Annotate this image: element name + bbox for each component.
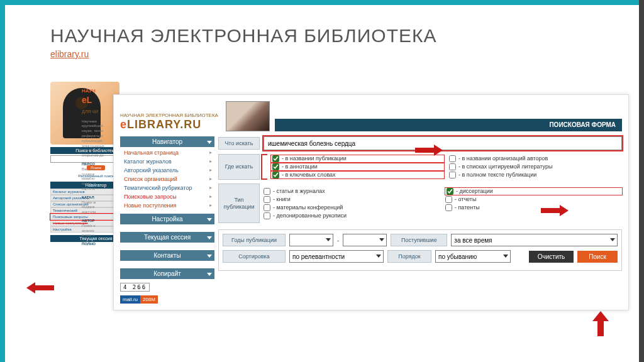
what-label: Что искать [218, 137, 260, 150]
where-label: Где искать [218, 154, 260, 180]
chk-in-fulltext[interactable]: - в полном тексте публикации [449, 172, 622, 178]
nav-head-session[interactable]: Текущая сессия [120, 232, 214, 243]
received-select[interactable]: за все время [451, 234, 618, 246]
chk-type-reports[interactable]: - отчеты [445, 196, 622, 203]
years-label: Годы публикации [223, 234, 286, 246]
elibrary-logo: НАУЧНАЯ ЭЛЕКТРОННАЯ БИБЛИОТЕКА eLIBRARY.… [120, 113, 221, 131]
mailru-counter: 4 266 [120, 283, 214, 292]
arrow-icon [415, 145, 443, 156]
chk-in-refs[interactable]: - в списках цитируемой литературы [449, 163, 622, 170]
svg-marker-2 [541, 205, 569, 216]
navigator-sidebar: Навигатор Начальная страница Каталог жур… [120, 136, 214, 304]
sort-select[interactable]: по релевантности [289, 250, 384, 263]
chk-in-abstract[interactable]: - в аннотации [271, 163, 444, 170]
chk-type-patents[interactable]: - патенты [445, 204, 622, 211]
nav-item-new[interactable]: Новые поступления [120, 201, 214, 210]
svg-marker-0 [26, 282, 54, 293]
type-label: Тип публикации [218, 184, 260, 224]
nav-head-copyright[interactable]: Копирайт [120, 268, 214, 279]
header-photo [226, 101, 270, 131]
nav-head-navigator[interactable]: Навигатор [120, 136, 214, 147]
order-label: Порядок [387, 250, 431, 263]
nav-head-contacts[interactable]: Контакты [120, 250, 214, 261]
year-to-select[interactable] [343, 234, 387, 246]
nav-item-thematic[interactable]: Тематический рубрикатор [120, 184, 214, 192]
mailru-number: 208M [140, 295, 158, 304]
filters-box: Годы публикации - Поступившие за все вре… [218, 229, 622, 271]
received-label: Поступившие [391, 234, 447, 246]
nav-item-orgs[interactable]: Список организаций [120, 175, 214, 184]
arrow-icon [541, 205, 569, 216]
chk-in-title[interactable]: - в названии публикации [271, 155, 444, 162]
svg-marker-1 [415, 145, 443, 156]
svg-marker-3 [592, 311, 609, 336]
chk-type-articles[interactable]: - статьи в журналах [264, 188, 440, 195]
nav-item-catalog[interactable]: Каталог журналов [120, 157, 214, 166]
chk-type-dissertations[interactable]: - диссертации [445, 188, 622, 195]
search-form-panel: НАУЧНАЯ ЭЛЕКТРОННАЯ БИБЛИОТЕКА eLIBRARY.… [113, 94, 629, 310]
chk-in-org-name[interactable]: - в названии организаций авторов [449, 155, 622, 162]
form-title-bar: ПОИСКОВАЯ ФОРМА [275, 119, 622, 131]
nav-item-authors[interactable]: Авторский указатель [120, 166, 214, 175]
nav-item-search-queries[interactable]: Поисковые запросы [120, 192, 214, 201]
nav-head-settings[interactable]: Настройка [120, 214, 214, 224]
slide-link[interactable]: elibrary.ru [50, 49, 89, 59]
arrow-icon [591, 311, 610, 336]
year-from-select[interactable] [289, 234, 333, 246]
chk-type-conf[interactable]: - материалы конференций [264, 204, 440, 211]
clear-button[interactable]: Очистить [529, 251, 574, 263]
order-select[interactable]: по убыванию [435, 250, 511, 263]
search-form: Что искать Где искать - в названии публи… [218, 136, 622, 304]
bracket-icon [261, 154, 267, 180]
sort-label: Сортировка [223, 250, 286, 263]
dash: - [337, 237, 339, 244]
arrow-icon [26, 282, 54, 293]
chk-type-books[interactable]: - книги [264, 196, 440, 203]
search-query-input[interactable] [264, 136, 622, 150]
mailru-badge: mail.ru [120, 295, 140, 304]
nav-item-home[interactable]: Начальная страница [120, 148, 214, 157]
chk-type-deposited[interactable]: - депонированные рукописи [264, 212, 440, 219]
slide-title: НАУЧНАЯ ЭЛЕКТРОННАЯ БИБЛИОТЕКА [50, 25, 437, 47]
chk-in-keywords[interactable]: - в ключевых словах [271, 172, 444, 178]
search-button[interactable]: Поиск [577, 251, 618, 263]
